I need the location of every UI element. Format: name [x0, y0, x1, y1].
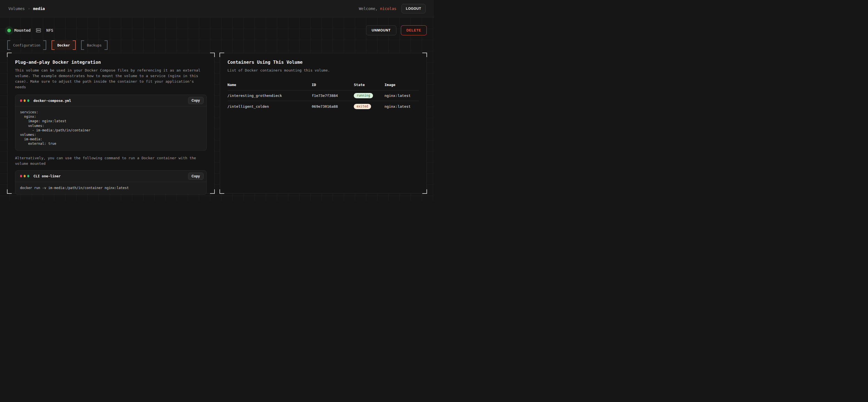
traffic-light-red-icon	[20, 99, 22, 102]
traffic-light-red-icon	[20, 175, 22, 177]
server-stack-icon	[36, 28, 41, 33]
containers-panel-subtitle: List of Docker containers mounting this …	[227, 68, 419, 73]
welcome-text: Welcome, nicolas	[359, 6, 396, 11]
container-name: /interesting_grothendieck	[227, 94, 312, 98]
compose-filename: docker-compose.yml	[33, 99, 71, 103]
panel-corner-icon	[422, 53, 427, 57]
tab-docker[interactable]: Docker	[52, 40, 76, 50]
compose-code-block: docker-compose.yml Copy services: nginx:…	[15, 95, 207, 150]
breadcrumb: Volumes › media	[8, 6, 45, 11]
copy-compose-button[interactable]: Copy	[188, 97, 204, 104]
main-content: Mounted NFS UNMOUNT DELETE Configuration…	[0, 17, 434, 201]
docker-panel-title: Plug-and-play Docker integration	[15, 60, 207, 65]
table-row: /intelligent_colden 069e73016a88 exited …	[227, 101, 419, 112]
tab-bar: Configuration Docker Backups	[7, 40, 427, 50]
tab-backups[interactable]: Backups	[81, 40, 107, 50]
panel-corner-icon	[210, 53, 215, 57]
panel-corner-icon	[210, 189, 215, 194]
cli-intro-text: Alternatively, you can use the following…	[15, 155, 207, 166]
cli-filename: CLI one-liner	[33, 174, 61, 178]
containers-panel-title: Containers Using This Volume	[227, 60, 419, 65]
column-header-image: Image	[384, 83, 419, 87]
table-header-row: Name ID State Image	[227, 81, 419, 91]
panel-corner-icon	[422, 189, 427, 194]
cli-code-content: docker run -v im-media:/path/in/containe…	[15, 182, 207, 194]
traffic-light-green-icon	[27, 99, 29, 102]
docker-panel-description: This volume can be used in your Docker C…	[15, 68, 207, 90]
column-header-id: ID	[312, 83, 354, 87]
panel-corner-icon	[219, 189, 224, 194]
docker-integration-panel: Plug-and-play Docker integration This vo…	[7, 53, 215, 194]
container-image: nginx:latest	[384, 94, 419, 98]
panel-corner-icon	[7, 53, 12, 57]
column-header-name: Name	[227, 83, 312, 87]
status-row: Mounted NFS UNMOUNT DELETE	[7, 17, 427, 35]
top-bar: Volumes › media Welcome, nicolas LOGOUT	[0, 0, 434, 17]
compose-code-content: services: nginx: image: nginx:latest vol…	[15, 106, 207, 150]
panel-row: Plug-and-play Docker integration This vo…	[7, 53, 427, 194]
logout-button[interactable]: LOGOUT	[401, 4, 426, 13]
filesystem-type-label: NFS	[46, 28, 53, 33]
copy-cli-button[interactable]: Copy	[188, 173, 204, 180]
panel-corner-icon	[219, 53, 224, 57]
breadcrumb-volumes-link[interactable]: Volumes	[8, 6, 25, 11]
traffic-light-yellow-icon	[24, 175, 26, 177]
breadcrumb-current-volume: media	[33, 6, 45, 11]
container-id: f1e73e7f3884	[312, 94, 354, 98]
username: nicolas	[380, 6, 396, 11]
tab-configuration[interactable]: Configuration	[7, 40, 46, 50]
traffic-lights-icon	[20, 175, 29, 177]
cli-code-header: CLI one-liner Copy	[15, 171, 207, 182]
compose-code-header: docker-compose.yml Copy	[15, 95, 207, 106]
table-row: /interesting_grothendieck f1e73e7f3884 r…	[227, 91, 419, 101]
column-header-state: State	[354, 83, 384, 87]
container-id: 069e73016a88	[312, 104, 354, 108]
top-bar-right: Welcome, nicolas LOGOUT	[359, 4, 426, 13]
traffic-lights-icon	[20, 99, 29, 102]
cli-code-block: CLI one-liner Copy docker run -v im-medi…	[15, 170, 207, 195]
status-badge: exited	[354, 104, 371, 109]
welcome-prefix: Welcome,	[359, 6, 380, 11]
mounted-status-label: Mounted	[14, 28, 31, 33]
container-image: nginx:latest	[384, 104, 419, 108]
unmount-button[interactable]: UNMOUNT	[366, 25, 396, 35]
status-badge: running	[354, 93, 373, 98]
panel-corner-icon	[7, 189, 12, 194]
containers-table: Name ID State Image /interesting_grothen…	[227, 81, 419, 112]
delete-button[interactable]: DELETE	[401, 25, 427, 35]
mounted-status-dot-icon	[7, 29, 11, 32]
chevron-right-icon: ›	[28, 6, 30, 10]
containers-panel: Containers Using This Volume List of Doc…	[220, 53, 427, 194]
volume-actions: UNMOUNT DELETE	[366, 25, 427, 35]
container-name: /intelligent_colden	[227, 104, 312, 108]
volume-status: Mounted NFS	[7, 28, 53, 33]
traffic-light-yellow-icon	[24, 99, 26, 102]
traffic-light-green-icon	[27, 175, 29, 177]
